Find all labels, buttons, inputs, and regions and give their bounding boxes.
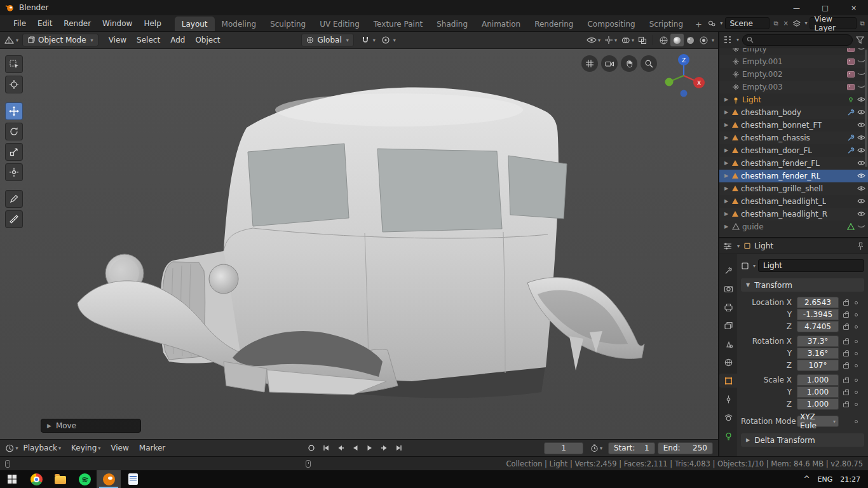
scale-z-field[interactable]: 1.000 xyxy=(797,398,839,410)
prev-keyframe-button[interactable] xyxy=(334,442,347,454)
scale-tool[interactable] xyxy=(5,143,23,161)
outliner-row-chestham-headlight-l[interactable]: ▶ chestham_headlight_L xyxy=(719,195,868,208)
lock-icon[interactable] xyxy=(843,301,849,306)
rotation-mode-dropdown[interactable]: XYZ Eule ▾ xyxy=(797,416,839,427)
outliner-row-empty-001[interactable]: Empty.001 xyxy=(719,55,868,68)
menu-select[interactable]: Select xyxy=(132,34,165,46)
expand-arrow[interactable]: ▶ xyxy=(723,97,729,102)
outliner-row-light[interactable]: ▶ Light xyxy=(719,93,868,106)
menu-window[interactable]: Window xyxy=(97,17,138,30)
animate-dot[interactable] xyxy=(855,379,858,382)
grid-toggle-button[interactable] xyxy=(581,55,598,72)
pan-view-button[interactable] xyxy=(621,55,637,72)
current-frame-field[interactable]: 1 xyxy=(544,442,583,454)
view-layer-chevron[interactable]: ▾ xyxy=(804,20,807,26)
scale-y-field[interactable]: 1.000 xyxy=(797,386,839,398)
menu-edit[interactable]: Edit xyxy=(32,17,58,30)
view-layer-browse-icon[interactable] xyxy=(792,19,801,28)
cursor-tool[interactable] xyxy=(5,76,23,93)
jump-to-start-button[interactable] xyxy=(320,442,332,454)
menu-view-timeline[interactable]: View xyxy=(105,442,133,454)
tray-clock[interactable]: 21:27 xyxy=(840,475,860,484)
next-keyframe-button[interactable] xyxy=(378,442,391,454)
tray-language[interactable]: ENG xyxy=(818,475,833,484)
play-reverse-button[interactable] xyxy=(349,442,362,454)
location-x-field[interactable]: 2.6543 xyxy=(797,297,839,308)
menu-keying[interactable]: Keying▾ xyxy=(66,442,105,454)
outliner-row-chestham-chassis[interactable]: ▶ chestham_chassis xyxy=(719,132,868,144)
outliner-row-chestham-headlight-r[interactable]: ▶ chestham_headlight_R xyxy=(719,208,868,220)
eye-open-icon[interactable] xyxy=(857,173,865,179)
tab-view-layer[interactable] xyxy=(719,318,737,332)
lock-icon[interactable] xyxy=(843,340,849,344)
tab-render[interactable] xyxy=(719,281,737,295)
expand-arrow[interactable]: ▶ xyxy=(723,160,729,166)
auto-key-button[interactable] xyxy=(305,442,318,454)
expand-arrow[interactable]: ▶ xyxy=(723,173,729,179)
outliner-row-chestham-body[interactable]: ▶ chestham_body xyxy=(719,106,868,119)
snap-chevron[interactable]: ▾ xyxy=(373,37,376,43)
shading-solid-button[interactable] xyxy=(670,34,684,46)
tab-scripting[interactable]: Scripting xyxy=(642,17,690,31)
location-y-field[interactable]: -1.3945 xyxy=(797,309,839,320)
lock-icon[interactable] xyxy=(843,379,849,383)
camera-view-button[interactable] xyxy=(601,55,618,72)
eye-open-icon[interactable] xyxy=(857,186,865,191)
filter-icon[interactable] xyxy=(856,36,864,44)
snap-toggle[interactable] xyxy=(359,34,372,46)
location-z-field[interactable]: 4.7405 xyxy=(797,321,839,332)
scale-x-field[interactable]: 1.000 xyxy=(797,374,839,386)
taskbar-spotify-button[interactable] xyxy=(72,470,97,488)
outliner-row-chestham-bonnet[interactable]: ▶ chestham_bonnet_FT xyxy=(719,119,868,132)
menu-help[interactable]: Help xyxy=(138,17,166,30)
transform-panel-header[interactable]: ▼ Transform xyxy=(741,278,864,292)
animate-dot[interactable] xyxy=(855,352,858,355)
view-layer-selector[interactable]: View Layer xyxy=(810,17,856,29)
tray-expand-chevron[interactable]: ^ xyxy=(804,475,810,484)
tab-object[interactable] xyxy=(719,374,737,388)
menu-file[interactable]: File xyxy=(8,17,32,30)
orientation-dropdown[interactable]: Global ▾ xyxy=(301,34,353,46)
falloff-chevron[interactable]: ▾ xyxy=(393,37,396,43)
outliner-search-input[interactable] xyxy=(742,34,853,46)
pin-icon[interactable] xyxy=(857,242,864,250)
animate-dot[interactable] xyxy=(855,403,858,406)
menu-playback[interactable]: Playback▾ xyxy=(18,442,66,454)
scene-unlink-button[interactable]: × xyxy=(782,20,790,27)
outliner-row-chestham-door[interactable]: ▶ chestham_door_FL xyxy=(719,144,868,157)
expand-arrow[interactable]: ▶ xyxy=(723,135,729,140)
id-browse-chevron[interactable]: ▾ xyxy=(753,263,756,269)
view-layer-new-button[interactable]: ⧉ xyxy=(859,20,866,27)
object-data-icon[interactable] xyxy=(741,262,749,270)
editor-type-chevron[interactable]: ▾ xyxy=(16,37,18,43)
outliner-row-guide[interactable]: ▶ guide xyxy=(719,220,868,233)
tab-rendering[interactable]: Rendering xyxy=(527,17,580,31)
animate-dot[interactable] xyxy=(855,420,858,423)
shading-material-button[interactable] xyxy=(684,34,697,46)
menu-add[interactable]: Add xyxy=(165,34,190,46)
car-model[interactable] xyxy=(0,49,717,438)
expand-arrow[interactable]: ▶ xyxy=(723,122,729,128)
mode-dropdown[interactable]: Object Mode ▾ xyxy=(22,34,98,46)
outliner-editor-chevron[interactable]: ▾ xyxy=(736,37,739,43)
lock-icon[interactable] xyxy=(843,391,849,395)
visibility-dropdown[interactable]: ▾ xyxy=(585,34,602,46)
tab-object-data[interactable] xyxy=(719,429,737,443)
outliner-row-empty-003[interactable]: Empty.003 xyxy=(719,81,868,93)
overlays-toggle[interactable]: ▾ xyxy=(619,34,636,46)
taskbar-notepad-button[interactable] xyxy=(121,470,145,488)
scene-selector[interactable]: Scene xyxy=(725,17,770,29)
play-button[interactable] xyxy=(363,442,376,454)
tab-animation[interactable]: Animation xyxy=(475,17,527,31)
viewport-canvas[interactable]: Z X ▶ Move xyxy=(0,49,718,439)
navigation-gizmo[interactable]: Z X xyxy=(661,51,709,100)
tab-compositing[interactable]: Compositing xyxy=(580,17,642,31)
lock-icon[interactable] xyxy=(843,403,849,407)
select-box-tool[interactable] xyxy=(5,55,23,73)
frame-start-field[interactable]: Start: 1 xyxy=(608,442,655,454)
outliner-row-chestham-fender-fl[interactable]: ▶ chestham_fender_FL xyxy=(719,157,868,170)
maximize-button[interactable]: □ xyxy=(811,0,839,15)
eye-closed-icon[interactable] xyxy=(857,224,865,229)
move-tool[interactable] xyxy=(5,102,23,120)
lock-icon[interactable] xyxy=(843,352,849,356)
